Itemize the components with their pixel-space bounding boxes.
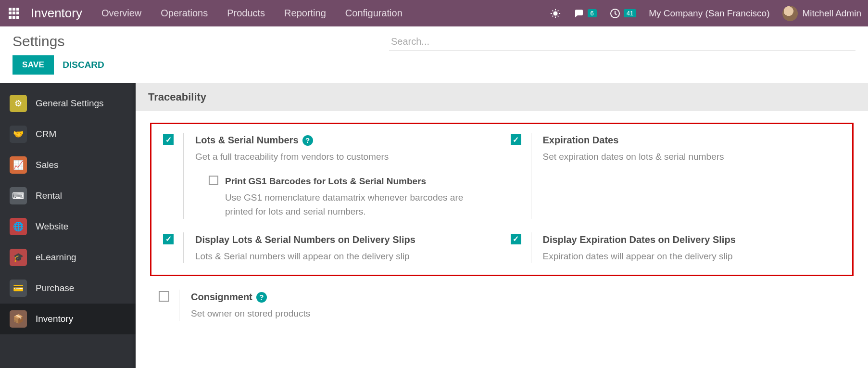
subsetting-desc: Use GS1 nomenclature datamatrix whenever… [225,191,470,219]
checkbox-expiration[interactable] [511,134,521,145]
activities-badge: 41 [624,9,636,17]
nav-item-operations[interactable]: Operations [161,8,208,19]
nav-item-overview[interactable]: Overview [101,8,141,19]
sidebar-item-label: CRM [36,129,56,140]
highlight-box: Lots & Serial Numbers ? Get a full trace… [150,123,854,276]
activities-icon[interactable]: 41 [609,8,636,19]
setting-title: Display Lots & Serial Numbers on Deliver… [195,232,415,247]
conversations-badge: 6 [588,9,597,17]
chart-icon: 📈 [10,156,27,174]
sidebar-item-general-settings[interactable]: ⚙ General Settings [0,88,136,119]
user-menu[interactable]: Mitchell Admin [782,6,862,21]
box-icon: 📦 [10,310,27,328]
sidebar-item-label: General Settings [36,98,104,109]
subsetting-title: Print GS1 Barcodes for Lots & Serial Num… [225,174,470,188]
help-icon[interactable]: ? [256,292,267,303]
checkbox-lots[interactable] [163,134,174,145]
nav-right: 6 41 My Company (San Francisco) Mitchell… [550,6,862,21]
sidebar-item-elearning[interactable]: 🎓 eLearning [0,242,136,273]
checkbox-display-exp[interactable] [511,234,521,244]
sidebar-item-website[interactable]: 🌐 Website [0,211,136,242]
nav-item-products[interactable]: Products [227,8,265,19]
debug-icon[interactable] [550,8,561,19]
help-icon[interactable]: ? [302,135,313,146]
handshake-icon: 🤝 [10,126,27,143]
subsetting-gs1: Print GS1 Barcodes for Lots & Serial Num… [209,174,470,218]
settings-sidebar: ⚙ General Settings 🤝 CRM 📈 Sales ⌨ Renta… [0,83,136,368]
graduation-icon: 🎓 [10,249,27,266]
sidebar-item-label: Inventory [36,314,73,324]
setting-expiration: Expiration Dates Set expiration dates on… [502,133,850,219]
discard-button[interactable]: DISCARD [63,60,104,70]
save-button[interactable]: SAVE [13,55,54,75]
top-nav: Inventory Overview Operations Products R… [0,0,868,26]
setting-title: Consignment [191,290,252,305]
sidebar-item-sales[interactable]: 📈 Sales [0,150,136,180]
setting-display-lots: Display Lots & Serial Numbers on Deliver… [154,232,502,263]
sidebar-item-rental[interactable]: ⌨ Rental [0,180,136,211]
sidebar-item-label: Purchase [36,283,74,293]
gear-icon: ⚙ [10,95,27,112]
nav-item-reporting[interactable]: Reporting [284,8,326,19]
globe-icon: 🌐 [10,218,27,235]
nav-item-configuration[interactable]: Configuration [345,8,403,19]
company-switcher[interactable]: My Company (San Francisco) [649,8,769,19]
form-actions: SAVE DISCARD [0,52,868,83]
sidebar-item-label: Sales [36,160,59,170]
username: Mitchell Admin [803,8,862,19]
setting-desc: Get a full traceability from vendors to … [195,150,465,164]
setting-desc: Expiration dates will appear on the deli… [543,249,736,263]
setting-display-exp: Display Expiration Dates on Delivery Sli… [502,232,850,263]
svg-point-0 [553,11,557,15]
page-title: Settings [13,33,64,50]
setting-title: Display Expiration Dates on Delivery Sli… [543,232,736,247]
checkbox-consignment[interactable] [159,291,169,302]
avatar [782,6,798,21]
checkbox-display-lots[interactable] [163,234,174,244]
nav-items: Overview Operations Products Reporting C… [101,8,403,19]
section-title: Traceability [136,83,868,111]
sidebar-item-inventory[interactable]: 📦 Inventory [0,304,136,334]
setting-desc: Lots & Serial numbers will appear on the… [195,249,415,263]
apps-icon[interactable] [9,8,20,19]
subhead: Settings [0,26,868,52]
sidebar-item-label: Rental [36,191,62,201]
setting-consignment: Consignment ? Set owner on stored produc… [150,290,502,320]
setting-desc: Set owner on stored products [191,306,310,320]
app-brand[interactable]: Inventory [31,6,82,21]
setting-desc: Set expiration dates on lots & serial nu… [543,150,724,164]
setting-title: Lots & Serial Numbers [195,133,299,148]
sidebar-item-label: eLearning [36,252,76,263]
checkbox-gs1[interactable] [209,176,218,185]
settings-content: Traceability Lots & Serial Numbers ? Get… [136,83,868,368]
sidebar-item-crm[interactable]: 🤝 CRM [0,119,136,150]
search-input[interactable] [389,33,855,51]
sidebar-item-label: Website [36,221,68,232]
setting-lots: Lots & Serial Numbers ? Get a full trace… [154,133,502,219]
conversations-icon[interactable]: 6 [573,8,597,19]
card-icon: 💳 [10,280,27,297]
sidebar-item-purchase[interactable]: 💳 Purchase [0,273,136,304]
setting-title: Expiration Dates [543,133,619,148]
keyboard-icon: ⌨ [10,187,27,204]
